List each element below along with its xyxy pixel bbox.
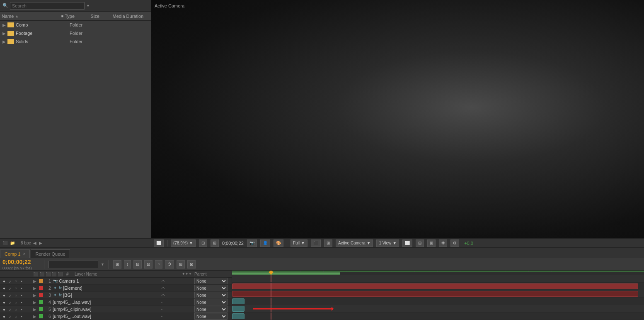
- col-header-size[interactable]: Size: [91, 14, 113, 19]
- views-button[interactable]: 1 View ▼: [376, 239, 399, 247]
- layout-btn-2[interactable]: ⊟: [416, 239, 424, 247]
- tl-btn-5[interactable]: ○: [155, 260, 162, 269]
- layer-1-solo-icon[interactable]: ○: [13, 278, 18, 283]
- layer-4-expand[interactable]: ▶: [33, 300, 39, 305]
- tl-btn-3[interactable]: ⊟: [133, 260, 142, 269]
- tab-comp1[interactable]: Comp 1 ×: [0, 249, 30, 258]
- layer-1-audio-icon[interactable]: ♪: [7, 278, 12, 283]
- layer-3-name[interactable]: [BG]: [63, 293, 161, 298]
- expand-arrow-solids[interactable]: ▶: [2, 39, 7, 44]
- project-icon-1[interactable]: ⬛: [2, 241, 7, 245]
- layer-1-lock-icon[interactable]: ▪: [19, 278, 24, 283]
- layer-6-audio-icon[interactable]: ♪: [7, 314, 12, 319]
- layer-1-expand[interactable]: ▶: [33, 279, 39, 283]
- layer-3-lock-icon[interactable]: ▪: [19, 293, 24, 298]
- layer-6-solo-icon[interactable]: ○: [13, 314, 18, 319]
- layer-3-eye-icon[interactable]: ●: [2, 293, 7, 298]
- col-header-name[interactable]: Name ▲: [2, 14, 49, 19]
- layer-6-expand[interactable]: ▶: [33, 314, 39, 319]
- fit-button[interactable]: ⊡: [199, 239, 207, 247]
- layer-3-parent-select[interactable]: None: [194, 292, 228, 298]
- layer-4-parent-select[interactable]: None: [194, 299, 228, 305]
- color-value-display: +0.0: [464, 241, 473, 246]
- tab-render-queue[interactable]: Render Queue: [31, 249, 70, 258]
- expand-arrow-footage[interactable]: ▶: [2, 31, 7, 36]
- timeline-tracks[interactable]: 00:15f 01:00f 01:15f 02:00f 02:15f 03:00…: [232, 271, 644, 320]
- layer-row: ● ♪ ○ ▪ ▶ 1 📷 Camera 1 -*- None: [0, 278, 232, 285]
- layer-4-sw1[interactable]: -: [161, 300, 162, 304]
- layer-6-name[interactable]: [ump45_...out.wav]: [53, 314, 161, 319]
- layer-2-eye-icon[interactable]: ●: [2, 286, 7, 291]
- layer-3-solo-icon[interactable]: ○: [13, 293, 18, 298]
- expand-viewer-button[interactable]: ⬜: [154, 239, 164, 247]
- layer-4-eye-icon[interactable]: ●: [2, 300, 7, 305]
- col-header-type[interactable]: ■ Type: [61, 14, 91, 19]
- layout-btn-5[interactable]: ⚙: [450, 239, 459, 247]
- time-marker-03-00: 03:00f: [369, 271, 380, 271]
- project-icon-4[interactable]: ▶: [39, 241, 42, 245]
- layer-1-eye-icon[interactable]: ●: [2, 278, 7, 283]
- project-search-input[interactable]: [10, 2, 85, 10]
- color-btn[interactable]: 🎨: [274, 239, 283, 247]
- tl-search-dropdown[interactable]: ▼: [101, 262, 104, 266]
- layout-btn-1[interactable]: ⬜: [402, 239, 412, 247]
- layer-2-solo-icon[interactable]: ○: [13, 286, 18, 291]
- layout-btn-4[interactable]: ✚: [439, 239, 447, 247]
- layer-1-name[interactable]: Camera 1: [59, 278, 161, 283]
- layer-5-solo-icon[interactable]: ○: [13, 307, 18, 312]
- camera-view-button[interactable]: Active Camera ▼: [336, 239, 373, 247]
- layer-4-name[interactable]: [ump45_...lap.wav]: [53, 300, 161, 305]
- layer-4-solo-icon[interactable]: ○: [13, 300, 18, 305]
- expand-arrow-comp[interactable]: ▶: [2, 23, 7, 27]
- zoom-level-button[interactable]: (78.9%) ▼: [171, 239, 196, 247]
- layer-5-parent-select[interactable]: None: [194, 306, 228, 313]
- layer-3-audio-icon[interactable]: ♪: [7, 293, 12, 298]
- layer-5-audio-icon[interactable]: ♪: [7, 307, 12, 312]
- comp-btn-2[interactable]: ⊞: [324, 239, 332, 247]
- list-item[interactable]: ▶ Comp Folder: [0, 21, 151, 29]
- tl-btn-7[interactable]: ⊞: [177, 260, 185, 269]
- search-dropdown-icon[interactable]: ▼: [86, 4, 90, 8]
- layer-2-parent-select[interactable]: None: [194, 285, 228, 291]
- tl-btn-6[interactable]: ⏱: [165, 260, 174, 269]
- timeline-timecode[interactable]: 0;00;00;22: [2, 259, 40, 265]
- layer-6-parent-select[interactable]: None: [194, 313, 228, 320]
- layer-2-sw1[interactable]: -*-: [161, 286, 165, 290]
- layer-5-sw1[interactable]: -: [161, 307, 162, 311]
- layer-6-sw1[interactable]: -: [161, 314, 162, 318]
- layer-4-lock-icon[interactable]: ▪: [19, 300, 24, 305]
- tl-btn-4[interactable]: ⊡: [144, 260, 153, 269]
- col-header-duration[interactable]: Media Duration: [113, 14, 149, 19]
- layer-5-lock-icon[interactable]: ▪: [19, 307, 24, 312]
- tl-btn-1[interactable]: ⊞: [113, 260, 121, 269]
- layer-3-sw1[interactable]: -*-: [161, 293, 165, 297]
- timeline-search-input[interactable]: [48, 261, 98, 268]
- layer-4-audio-icon[interactable]: ♪: [7, 300, 12, 305]
- tab-comp1-close[interactable]: ×: [23, 252, 26, 256]
- layer-2-audio-icon[interactable]: ♪: [7, 286, 12, 291]
- layer-6-eye-icon[interactable]: ●: [2, 314, 7, 319]
- person-btn[interactable]: 👤: [260, 239, 270, 247]
- layer-2-expand[interactable]: ▶: [33, 286, 39, 291]
- layer-6-lock-icon[interactable]: ▪: [19, 314, 24, 319]
- layout-btn-3[interactable]: ⊞: [427, 239, 436, 247]
- layer-5-expand[interactable]: ▶: [33, 307, 39, 312]
- layer-5-eye-icon[interactable]: ●: [2, 307, 7, 312]
- layer-3-expand[interactable]: ▶: [33, 293, 39, 298]
- camera-btn[interactable]: 📷: [247, 239, 257, 247]
- layer-2-lock-icon[interactable]: ▪: [19, 286, 24, 291]
- project-icon-2[interactable]: 📁: [10, 241, 15, 245]
- quality-button[interactable]: Full ▼: [291, 239, 307, 247]
- comp-btn-1[interactable]: ⬛: [311, 239, 321, 247]
- tl-btn-8[interactable]: ⊠: [187, 260, 196, 269]
- list-item[interactable]: ▶ Footage Folder: [0, 29, 151, 37]
- item-name-solids: Solids: [16, 39, 57, 44]
- grid-button[interactable]: ⊞: [211, 239, 219, 247]
- layer-2-name[interactable]: [Element]: [63, 286, 161, 291]
- layer-1-parent-select[interactable]: None: [194, 278, 228, 284]
- layer-1-sw1[interactable]: -*-: [161, 279, 165, 283]
- layer-5-name[interactable]: [ump45_clipin.wav]: [53, 307, 161, 312]
- tl-btn-2[interactable]: ↕: [124, 260, 131, 269]
- project-icon-3[interactable]: ◀: [33, 241, 36, 245]
- list-item[interactable]: ▶ Solids Folder: [0, 37, 151, 46]
